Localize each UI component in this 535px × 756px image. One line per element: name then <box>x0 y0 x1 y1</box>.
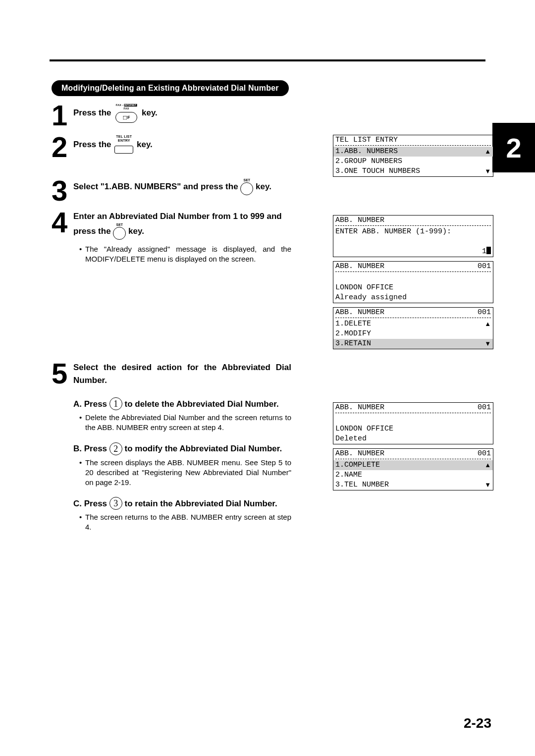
content-area: 1 Press the FAX↔INTERNETFAX ⬚F key. 2 Pr… <box>52 97 483 532</box>
step-text: Enter an Abbreviated Dial Number from 1 … <box>73 212 282 236</box>
step-text: Select "1.ABB. NUMBERS" and press the <box>73 182 240 191</box>
substep-C: C. Press 3 to retain the Abbreviated Dia… <box>73 497 291 533</box>
step-bullet: The "Already assigned" message is displa… <box>79 244 291 264</box>
step-number: 5 <box>52 359 73 533</box>
top-rule <box>50 59 485 61</box>
step-number: 4 <box>52 208 73 264</box>
step-text: Press the <box>73 140 113 149</box>
step-text: Press the <box>73 108 113 117</box>
lcd-tel-list: TEL LIST ENTRY 1.ABB. NUMBERS▲ 2.GROUP N… <box>333 135 493 181</box>
lcd-abb-entry: ABB. NUMBER ENTER ABB. NUMBER (1-999): 1… <box>333 215 493 353</box>
step-text: key. <box>256 182 271 191</box>
step-1: 1 Press the FAX↔INTERNETFAX ⬚F key. <box>52 101 483 130</box>
digit-1-key-icon: 1 <box>109 397 122 410</box>
step-number: 3 <box>52 176 73 205</box>
step-text: key. <box>137 140 153 149</box>
fax-key-icon: FAX↔INTERNETFAX ⬚F <box>113 103 139 124</box>
manual-page: 2 Modifying/Deleting an Existing Abbrevi… <box>0 0 535 756</box>
step-number: 1 <box>52 101 73 130</box>
substep-bullet: The screen displays the ABB. NUMBER menu… <box>79 458 291 487</box>
section-heading: Modifying/Deleting an Existing Abbreviat… <box>52 80 289 96</box>
substep-A: A. Press 1 to delete the Abbreviated Dia… <box>73 398 291 433</box>
substep-bullet: The screen returns to the ABB. NUMBER en… <box>79 512 291 532</box>
set-key-icon: SET <box>113 223 126 240</box>
step-text: key. <box>142 108 158 117</box>
digit-3-key-icon: 3 <box>109 497 122 510</box>
step-3: 3 Select "1.ABB. NUMBERS" and press the … <box>52 176 483 205</box>
chapter-tab: 2 <box>492 123 535 172</box>
page-number: 2-23 <box>464 715 491 731</box>
substep-B: B. Press 2 to modify the Abbreviated Dia… <box>73 442 291 487</box>
tel-list-entry-key-icon: TEL LIST ENTRY <box>113 135 134 156</box>
digit-2-key-icon: 2 <box>109 442 122 455</box>
lcd-deleted: ABB. NUMBER001 LONDON OFFICE Deleted ABB… <box>333 402 493 494</box>
substep-bullet: Delete the Abbreviated Dial Number and t… <box>79 413 291 432</box>
set-key-icon: SET <box>240 178 253 196</box>
step-text: Select the desired action for the Abbrev… <box>73 361 291 387</box>
step-number: 2 <box>52 133 73 162</box>
